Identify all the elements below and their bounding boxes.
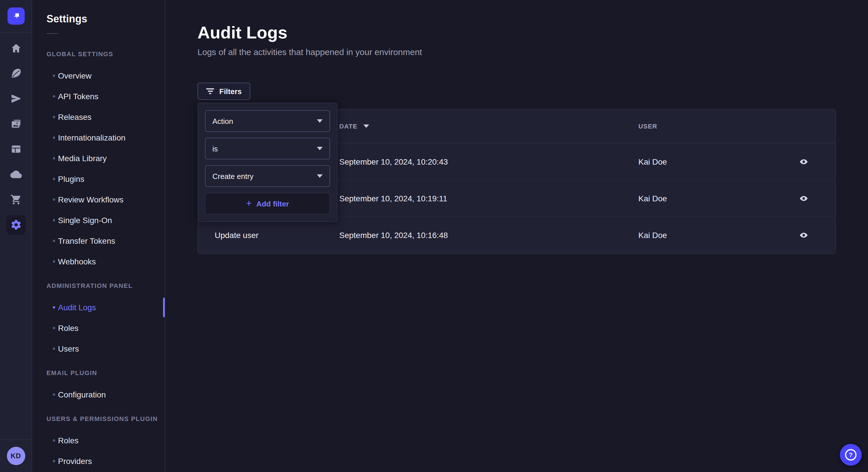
help-button[interactable]: ?	[840, 444, 862, 466]
sidebar-item-label: Audit Logs	[58, 303, 96, 312]
strapi-logo-icon	[9, 9, 23, 23]
eye-icon	[799, 157, 808, 166]
sort-descending-icon[interactable]	[363, 125, 369, 128]
chevron-down-icon	[317, 174, 322, 178]
marketplace-cart-icon[interactable]	[6, 190, 26, 209]
bullet-icon	[53, 95, 55, 98]
settings-gear-icon[interactable]	[6, 215, 26, 235]
bullet-icon	[53, 240, 55, 242]
app-root: KD Settings GLOBAL SETTINGS Overview API…	[0, 0, 868, 472]
nav-list-users-permissions-plugin: Roles Providers	[33, 430, 165, 471]
eye-icon	[799, 231, 808, 240]
filter-field-select[interactable]: Action	[205, 110, 330, 132]
bullet-icon	[53, 157, 55, 160]
sidebar-item-label: Releases	[58, 112, 92, 122]
sidebar-item-releases[interactable]: Releases	[33, 107, 165, 127]
main-content: Audit Logs Logs of all the activities th…	[165, 0, 868, 472]
sidebar-item-admin-roles[interactable]: Roles	[33, 318, 165, 338]
filter-value-select[interactable]: Create entry	[205, 165, 330, 187]
nav-list-global-settings: Overview API Tokens Releases Internation…	[33, 65, 165, 272]
paper-plane-icon[interactable]	[6, 89, 26, 108]
sidebar-item-up-roles[interactable]: Roles	[33, 430, 165, 451]
bullet-icon	[53, 136, 55, 139]
sidebar-item-single-sign-on[interactable]: Single Sign-On	[33, 210, 165, 231]
add-filter-label: Add filter	[256, 199, 289, 208]
cell-user: Kai Doe	[639, 194, 667, 203]
view-details-button[interactable]	[797, 191, 811, 205]
cell-date: September 10, 2024, 10:16:48	[339, 231, 448, 240]
bullet-icon	[53, 219, 55, 222]
sidebar-item-media-library[interactable]: Media Library	[33, 148, 165, 169]
sidebar-item-up-providers[interactable]: Providers	[33, 451, 165, 471]
column-header-date[interactable]: DATE	[339, 123, 369, 130]
filter-value-value: Create entry	[212, 172, 253, 180]
sidebar-item-internationalization[interactable]: Internationalization	[33, 127, 165, 148]
filters-button-label: Filters	[219, 87, 242, 96]
nav-list-email-plugin: Configuration	[33, 384, 165, 405]
sidebar-item-label: Configuration	[58, 390, 106, 399]
sidebar-item-label: Plugins	[58, 174, 84, 183]
sidebar-item-label: API Tokens	[58, 92, 98, 101]
sidebar-item-label: Providers	[58, 457, 92, 466]
settings-sidebar: Settings GLOBAL SETTINGS Overview API To…	[33, 0, 165, 472]
sidebar-item-label: Internationalization	[58, 133, 125, 142]
cloud-icon[interactable]	[6, 165, 26, 184]
media-library-icon[interactable]	[6, 114, 26, 134]
view-details-button[interactable]	[797, 228, 811, 242]
sidebar-item-label: Webhooks	[58, 257, 96, 266]
view-details-button[interactable]	[797, 155, 811, 168]
sidebar-item-api-tokens[interactable]: API Tokens	[33, 86, 165, 107]
sidebar-item-overview[interactable]: Overview	[33, 65, 165, 86]
filter-field-value: Action	[212, 117, 233, 125]
sidebar-item-label: Roles	[58, 436, 79, 445]
sidebar-item-plugins[interactable]: Plugins	[33, 169, 165, 189]
rail-bottom: KD	[0, 439, 32, 472]
cell-user: Kai Doe	[639, 231, 667, 240]
question-mark-icon: ?	[845, 449, 857, 461]
sidebar-item-review-workflows[interactable]: Review Workflows	[33, 189, 165, 210]
add-filter-button[interactable]: + Add filter	[205, 193, 330, 214]
bullet-icon	[53, 327, 55, 329]
user-avatar[interactable]: KD	[7, 447, 25, 465]
layout-icon[interactable]	[6, 139, 26, 159]
section-label-global-settings: GLOBAL SETTINGS	[46, 50, 165, 58]
cell-action: Update user	[215, 231, 259, 240]
sidebar-item-label: Roles	[58, 324, 79, 333]
bullet-icon	[53, 439, 55, 442]
rail-icon-list	[6, 38, 26, 235]
strapi-logo[interactable]	[7, 7, 24, 25]
sidebar-item-label: Transfer Tokens	[58, 236, 115, 245]
bullet-icon	[53, 178, 55, 180]
bullet-icon	[53, 460, 55, 462]
filter-popup: Action is Create entry + Add filter	[197, 103, 338, 222]
section-label-administration-panel: ADMINISTRATION PANEL	[46, 281, 165, 290]
home-icon[interactable]	[6, 38, 26, 58]
bullet-icon	[53, 306, 55, 308]
bullet-icon	[53, 394, 55, 396]
sidebar-item-label: Single Sign-On	[58, 216, 112, 225]
column-header-date-label: DATE	[339, 123, 358, 130]
page-subtitle: Logs of all the activities that happened…	[197, 47, 868, 57]
filter-operator-select[interactable]: is	[205, 138, 330, 160]
cell-date: September 10, 2024, 10:20:43	[339, 157, 448, 166]
nav-rail: KD	[0, 0, 32, 472]
sidebar-item-label: Users	[58, 344, 79, 353]
sidebar-title-divider	[46, 33, 58, 34]
bullet-icon	[53, 198, 55, 201]
column-header-user: USER	[639, 123, 657, 130]
page-title: Audit Logs	[197, 22, 868, 43]
eye-icon	[799, 194, 808, 203]
sidebar-item-email-configuration[interactable]: Configuration	[33, 384, 165, 405]
chevron-down-icon	[317, 119, 322, 123]
filters-button[interactable]: Filters	[197, 82, 250, 100]
sidebar-item-audit-logs[interactable]: Audit Logs	[33, 297, 165, 318]
rail-divider	[0, 32, 32, 33]
filter-icon	[206, 88, 214, 94]
section-label-users-permissions-plugin: USERS & PERMISSIONS PLUGIN	[46, 415, 165, 423]
sidebar-item-webhooks[interactable]: Webhooks	[33, 251, 165, 272]
sidebar-item-transfer-tokens[interactable]: Transfer Tokens	[33, 231, 165, 251]
sidebar-item-admin-users[interactable]: Users	[33, 338, 165, 359]
feather-icon[interactable]	[6, 64, 26, 83]
section-label-email-plugin: EMAIL PLUGIN	[46, 369, 165, 377]
bullet-icon	[53, 260, 55, 263]
